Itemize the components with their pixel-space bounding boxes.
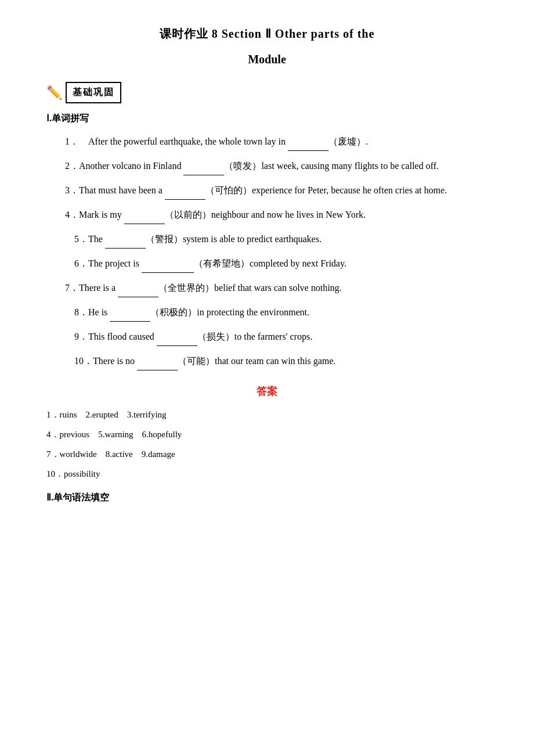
question-6: 6．The project is （有希望地）completed by next… (46, 254, 488, 273)
q4-blank (124, 224, 165, 224)
section-badge: 基础巩固 (66, 82, 121, 103)
question-2: 2．Another volcano in Finland （喷发）last we… (46, 157, 488, 175)
answer-line-3: 7．worldwide 8.active 9.damage (46, 445, 488, 463)
q3-blank (165, 199, 205, 200)
q1-blank (288, 150, 329, 151)
page-title: 课时作业 8 Section Ⅱ Other parts of the (46, 23, 488, 44)
q5-text: 5．The （警报）system is able to predict eart… (74, 234, 322, 244)
q9-blank (157, 345, 197, 346)
q8-blank (110, 321, 150, 322)
answer-title: 答案 (46, 382, 488, 401)
q3-text: 3．That must have been a （可怕的）experience … (65, 185, 447, 195)
q7-blank (118, 297, 158, 297)
answer-line-2: 4．previous 5.warning 6.hopefully (46, 426, 488, 443)
q8-text: 8．He is （积极的）in protecting the environme… (74, 307, 309, 317)
answer-section: 答案 (46, 382, 488, 401)
q5-blank (105, 248, 146, 249)
q7-text: 7．There is a （全世界的）belief that wars can … (65, 283, 342, 293)
subsection2-title: Ⅱ.单句语法填空 (46, 489, 488, 506)
q6-blank (142, 272, 194, 273)
q2-text: 2．Another volcano in Finland （喷发）last we… (65, 161, 439, 171)
question-10: 10．There is no （可能）that our team can win… (46, 352, 488, 370)
section-header: ✏️ 基础巩固 (46, 81, 488, 105)
subsection1-title: Ⅰ.单词拼写 (46, 110, 488, 127)
q1-number: 1． After the powerful earthquake, the wh… (65, 136, 368, 146)
q10-text: 10．There is no （可能）that our team can win… (74, 356, 335, 366)
question-3: 3．That must have been a （可怕的）experience … (46, 181, 488, 200)
answer-line-1: 1．ruins 2.erupted 3.terrifying (46, 406, 488, 423)
question-1: 1． After the powerful earthquake, the wh… (46, 132, 488, 151)
question-5: 5．The （警报）system is able to predict eart… (46, 230, 488, 249)
q2-blank (183, 175, 224, 175)
pencil-icon: ✏️ (46, 81, 62, 105)
question-4: 4．Mark is my （以前的）neighbour and now he l… (46, 206, 488, 224)
question-7: 7．There is a （全世界的）belief that wars can … (46, 279, 488, 297)
answer-line-4: 10．possibility (46, 465, 488, 483)
question-9: 9．This flood caused （损失）to the farmers' … (46, 327, 488, 346)
q10-blank (137, 370, 178, 370)
page-subtitle: Module (46, 49, 488, 70)
q9-text: 9．This flood caused （损失）to the farmers' … (74, 332, 312, 341)
question-8: 8．He is （积极的）in protecting the environme… (46, 303, 488, 322)
q4-text: 4．Mark is my （以前的）neighbour and now he l… (65, 210, 366, 219)
q6-text: 6．The project is （有希望地）completed by next… (74, 258, 347, 268)
